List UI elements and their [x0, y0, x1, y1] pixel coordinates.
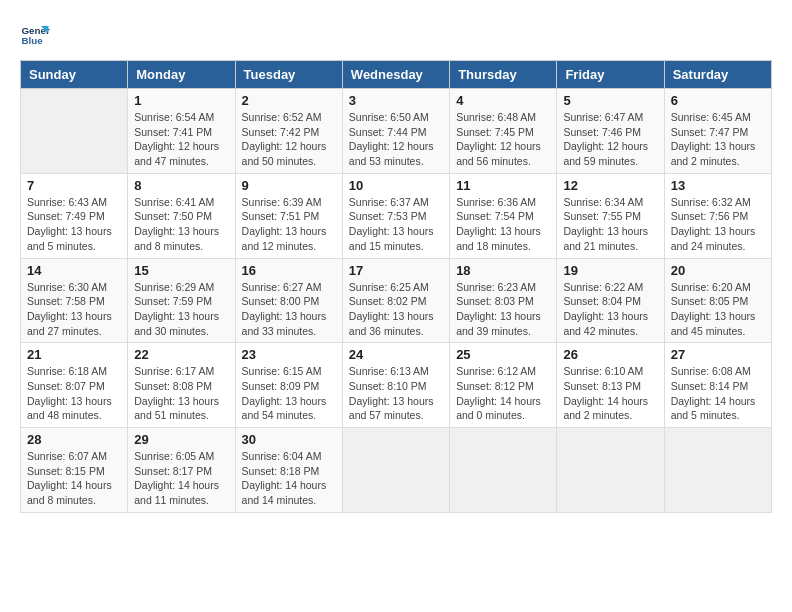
calendar-week-row: 14Sunrise: 6:30 AM Sunset: 7:58 PM Dayli… — [21, 258, 772, 343]
calendar-cell: 30Sunrise: 6:04 AM Sunset: 8:18 PM Dayli… — [235, 428, 342, 513]
day-info: Sunrise: 6:10 AM Sunset: 8:13 PM Dayligh… — [563, 364, 657, 423]
day-number: 20 — [671, 263, 765, 278]
calendar-cell: 26Sunrise: 6:10 AM Sunset: 8:13 PM Dayli… — [557, 343, 664, 428]
calendar-cell: 1Sunrise: 6:54 AM Sunset: 7:41 PM Daylig… — [128, 89, 235, 174]
day-info: Sunrise: 6:48 AM Sunset: 7:45 PM Dayligh… — [456, 110, 550, 169]
day-number: 25 — [456, 347, 550, 362]
day-number: 6 — [671, 93, 765, 108]
day-number: 30 — [242, 432, 336, 447]
day-number: 28 — [27, 432, 121, 447]
day-number: 29 — [134, 432, 228, 447]
calendar-body: 1Sunrise: 6:54 AM Sunset: 7:41 PM Daylig… — [21, 89, 772, 513]
day-number: 9 — [242, 178, 336, 193]
calendar-cell: 8Sunrise: 6:41 AM Sunset: 7:50 PM Daylig… — [128, 173, 235, 258]
logo-icon: General Blue — [20, 20, 50, 50]
day-number: 14 — [27, 263, 121, 278]
page-header: General Blue — [20, 20, 772, 50]
day-info: Sunrise: 6:07 AM Sunset: 8:15 PM Dayligh… — [27, 449, 121, 508]
svg-text:Blue: Blue — [22, 35, 44, 46]
day-info: Sunrise: 6:29 AM Sunset: 7:59 PM Dayligh… — [134, 280, 228, 339]
day-info: Sunrise: 6:43 AM Sunset: 7:49 PM Dayligh… — [27, 195, 121, 254]
calendar-cell: 11Sunrise: 6:36 AM Sunset: 7:54 PM Dayli… — [450, 173, 557, 258]
day-number: 12 — [563, 178, 657, 193]
day-number: 10 — [349, 178, 443, 193]
day-number: 18 — [456, 263, 550, 278]
day-info: Sunrise: 6:52 AM Sunset: 7:42 PM Dayligh… — [242, 110, 336, 169]
calendar-header: SundayMondayTuesdayWednesdayThursdayFrid… — [21, 61, 772, 89]
calendar-cell: 6Sunrise: 6:45 AM Sunset: 7:47 PM Daylig… — [664, 89, 771, 174]
calendar-cell: 19Sunrise: 6:22 AM Sunset: 8:04 PM Dayli… — [557, 258, 664, 343]
day-of-week-header: Saturday — [664, 61, 771, 89]
calendar-cell: 4Sunrise: 6:48 AM Sunset: 7:45 PM Daylig… — [450, 89, 557, 174]
day-number: 3 — [349, 93, 443, 108]
day-info: Sunrise: 6:17 AM Sunset: 8:08 PM Dayligh… — [134, 364, 228, 423]
calendar-cell: 25Sunrise: 6:12 AM Sunset: 8:12 PM Dayli… — [450, 343, 557, 428]
calendar-cell: 12Sunrise: 6:34 AM Sunset: 7:55 PM Dayli… — [557, 173, 664, 258]
day-info: Sunrise: 6:32 AM Sunset: 7:56 PM Dayligh… — [671, 195, 765, 254]
calendar-week-row: 28Sunrise: 6:07 AM Sunset: 8:15 PM Dayli… — [21, 428, 772, 513]
calendar-cell: 21Sunrise: 6:18 AM Sunset: 8:07 PM Dayli… — [21, 343, 128, 428]
day-info: Sunrise: 6:36 AM Sunset: 7:54 PM Dayligh… — [456, 195, 550, 254]
day-info: Sunrise: 6:39 AM Sunset: 7:51 PM Dayligh… — [242, 195, 336, 254]
day-number: 7 — [27, 178, 121, 193]
calendar-cell: 2Sunrise: 6:52 AM Sunset: 7:42 PM Daylig… — [235, 89, 342, 174]
day-of-week-header: Friday — [557, 61, 664, 89]
calendar-cell — [342, 428, 449, 513]
day-info: Sunrise: 6:18 AM Sunset: 8:07 PM Dayligh… — [27, 364, 121, 423]
calendar-cell — [21, 89, 128, 174]
logo: General Blue — [20, 20, 50, 50]
day-info: Sunrise: 6:41 AM Sunset: 7:50 PM Dayligh… — [134, 195, 228, 254]
day-info: Sunrise: 6:47 AM Sunset: 7:46 PM Dayligh… — [563, 110, 657, 169]
day-number: 26 — [563, 347, 657, 362]
calendar-cell: 24Sunrise: 6:13 AM Sunset: 8:10 PM Dayli… — [342, 343, 449, 428]
calendar-week-row: 21Sunrise: 6:18 AM Sunset: 8:07 PM Dayli… — [21, 343, 772, 428]
day-of-week-header: Sunday — [21, 61, 128, 89]
calendar-cell: 7Sunrise: 6:43 AM Sunset: 7:49 PM Daylig… — [21, 173, 128, 258]
calendar-cell — [664, 428, 771, 513]
day-info: Sunrise: 6:13 AM Sunset: 8:10 PM Dayligh… — [349, 364, 443, 423]
day-of-week-header: Thursday — [450, 61, 557, 89]
calendar-cell: 16Sunrise: 6:27 AM Sunset: 8:00 PM Dayli… — [235, 258, 342, 343]
day-number: 4 — [456, 93, 550, 108]
day-info: Sunrise: 6:25 AM Sunset: 8:02 PM Dayligh… — [349, 280, 443, 339]
day-number: 16 — [242, 263, 336, 278]
day-info: Sunrise: 6:04 AM Sunset: 8:18 PM Dayligh… — [242, 449, 336, 508]
day-info: Sunrise: 6:08 AM Sunset: 8:14 PM Dayligh… — [671, 364, 765, 423]
day-number: 15 — [134, 263, 228, 278]
calendar-cell: 15Sunrise: 6:29 AM Sunset: 7:59 PM Dayli… — [128, 258, 235, 343]
calendar-cell: 27Sunrise: 6:08 AM Sunset: 8:14 PM Dayli… — [664, 343, 771, 428]
day-number: 8 — [134, 178, 228, 193]
calendar-cell — [557, 428, 664, 513]
day-number: 24 — [349, 347, 443, 362]
day-info: Sunrise: 6:05 AM Sunset: 8:17 PM Dayligh… — [134, 449, 228, 508]
day-number: 13 — [671, 178, 765, 193]
calendar-cell: 29Sunrise: 6:05 AM Sunset: 8:17 PM Dayli… — [128, 428, 235, 513]
day-number: 19 — [563, 263, 657, 278]
day-number: 23 — [242, 347, 336, 362]
day-info: Sunrise: 6:54 AM Sunset: 7:41 PM Dayligh… — [134, 110, 228, 169]
calendar-cell: 13Sunrise: 6:32 AM Sunset: 7:56 PM Dayli… — [664, 173, 771, 258]
calendar-cell: 23Sunrise: 6:15 AM Sunset: 8:09 PM Dayli… — [235, 343, 342, 428]
day-of-week-header: Monday — [128, 61, 235, 89]
day-info: Sunrise: 6:30 AM Sunset: 7:58 PM Dayligh… — [27, 280, 121, 339]
day-info: Sunrise: 6:15 AM Sunset: 8:09 PM Dayligh… — [242, 364, 336, 423]
day-info: Sunrise: 6:23 AM Sunset: 8:03 PM Dayligh… — [456, 280, 550, 339]
calendar-cell — [450, 428, 557, 513]
day-number: 11 — [456, 178, 550, 193]
calendar-cell: 22Sunrise: 6:17 AM Sunset: 8:08 PM Dayli… — [128, 343, 235, 428]
calendar-cell: 5Sunrise: 6:47 AM Sunset: 7:46 PM Daylig… — [557, 89, 664, 174]
day-of-week-header: Wednesday — [342, 61, 449, 89]
day-info: Sunrise: 6:20 AM Sunset: 8:05 PM Dayligh… — [671, 280, 765, 339]
day-info: Sunrise: 6:37 AM Sunset: 7:53 PM Dayligh… — [349, 195, 443, 254]
day-number: 2 — [242, 93, 336, 108]
day-number: 27 — [671, 347, 765, 362]
calendar-week-row: 7Sunrise: 6:43 AM Sunset: 7:49 PM Daylig… — [21, 173, 772, 258]
day-number: 1 — [134, 93, 228, 108]
day-number: 22 — [134, 347, 228, 362]
calendar-week-row: 1Sunrise: 6:54 AM Sunset: 7:41 PM Daylig… — [21, 89, 772, 174]
calendar-cell: 17Sunrise: 6:25 AM Sunset: 8:02 PM Dayli… — [342, 258, 449, 343]
day-info: Sunrise: 6:45 AM Sunset: 7:47 PM Dayligh… — [671, 110, 765, 169]
day-info: Sunrise: 6:22 AM Sunset: 8:04 PM Dayligh… — [563, 280, 657, 339]
calendar-cell: 18Sunrise: 6:23 AM Sunset: 8:03 PM Dayli… — [450, 258, 557, 343]
calendar-cell: 14Sunrise: 6:30 AM Sunset: 7:58 PM Dayli… — [21, 258, 128, 343]
